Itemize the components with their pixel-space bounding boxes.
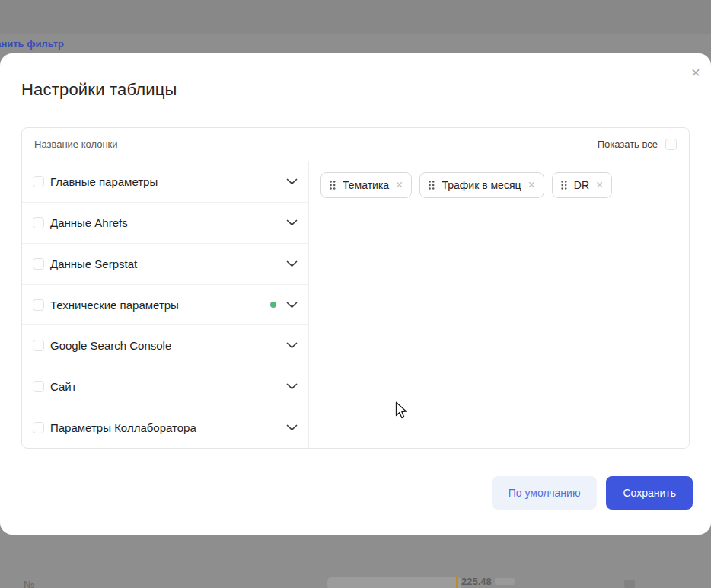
category-label: Google Search Console: [50, 339, 171, 352]
column-chip-traffic[interactable]: Трафик в месяц ×: [419, 172, 544, 198]
category-checkbox[interactable]: [33, 381, 44, 392]
show-all-control: Показать все: [598, 139, 677, 150]
background-metric: 225.48: [456, 576, 515, 588]
chip-label: DR: [574, 179, 589, 191]
modal-title: Настройки таблицы: [21, 80, 177, 100]
chip-remove-icon[interactable]: ×: [596, 179, 603, 191]
save-filter-link[interactable]: Сохранить фильтр: [0, 38, 64, 50]
default-button[interactable]: По умолчанию: [492, 476, 598, 510]
category-row-google-search-console[interactable]: Google Search Console: [22, 325, 308, 366]
category-label: Технические параметры: [50, 299, 179, 312]
category-label: Данные Ahrefs: [50, 216, 128, 229]
panel-body: Главные параметры Данные Ahrefs: [22, 161, 689, 448]
chevron-down-icon[interactable]: [286, 383, 298, 390]
chevron-down-icon[interactable]: [286, 260, 298, 267]
background-table-number-header: №: [24, 579, 35, 588]
category-checkbox[interactable]: [33, 176, 44, 187]
category-row-serpstat[interactable]: Данные Serpstat: [22, 244, 308, 285]
columns-panel: Название колонки Показать все Главные па…: [21, 127, 690, 449]
category-row-site[interactable]: Сайт: [22, 366, 308, 407]
category-checkbox[interactable]: [33, 340, 44, 351]
chevron-down-icon[interactable]: [286, 178, 298, 185]
active-indicator-dot: [270, 302, 276, 308]
category-row-technical-params[interactable]: Технические параметры: [22, 285, 308, 326]
chip-label: Трафик в месяц: [442, 179, 521, 191]
category-checkbox[interactable]: [33, 422, 44, 433]
category-row-collaborator-params[interactable]: Параметры Коллаборатора: [22, 407, 308, 448]
drag-handle-icon[interactable]: [330, 181, 336, 190]
chip-label: Тематика: [343, 179, 389, 191]
category-label: Сайт: [50, 380, 77, 393]
category-list: Главные параметры Данные Ahrefs: [22, 161, 309, 448]
close-icon[interactable]: ×: [687, 62, 705, 81]
selected-columns-list: Тематика × Трафик в месяц ×: [320, 172, 678, 198]
drag-handle-icon[interactable]: [561, 181, 567, 190]
chevron-down-icon[interactable]: [286, 219, 298, 226]
category-label: Данные Serpstat: [50, 257, 137, 270]
save-button[interactable]: Сохранить: [606, 476, 693, 510]
category-label: Параметры Коллаборатора: [50, 421, 196, 434]
background-page-header: [0, 0, 711, 34]
panel-header: Название колонки Показать все: [22, 128, 689, 161]
show-all-label: Показать все: [598, 139, 658, 150]
category-checkbox[interactable]: [33, 258, 44, 270]
table-settings-modal: × Настройки таблицы Название колонки Пок…: [0, 53, 711, 535]
metric-flame-icon: [456, 576, 458, 588]
column-name-header: Название колонки: [34, 139, 118, 150]
category-checkbox[interactable]: [33, 217, 44, 228]
modal-footer: По умолчанию Сохранить: [492, 476, 693, 510]
drag-handle-icon[interactable]: [429, 181, 435, 190]
chip-remove-icon[interactable]: ×: [396, 179, 403, 191]
category-label: Главные параметры: [50, 175, 158, 188]
chip-remove-icon[interactable]: ×: [528, 179, 534, 191]
column-chip-tematika[interactable]: Тематика ×: [320, 172, 412, 198]
background-table-cell-pill: [327, 577, 461, 588]
show-all-checkbox[interactable]: [665, 139, 677, 150]
category-row-ahrefs[interactable]: Данные Ahrefs: [22, 203, 308, 244]
selected-columns-area: Тематика × Трафик в месяц ×: [309, 161, 689, 448]
background-table-mark: [624, 580, 635, 588]
metric-value: 225.48: [461, 576, 492, 587]
chevron-down-icon[interactable]: [286, 424, 298, 431]
chevron-down-icon[interactable]: [286, 302, 298, 308]
column-chip-dr[interactable]: DR ×: [552, 172, 613, 198]
category-row-main-params[interactable]: Главные параметры: [22, 161, 308, 203]
category-checkbox[interactable]: [33, 299, 44, 311]
metric-suffix-blob: [495, 578, 515, 585]
chevron-down-icon[interactable]: [286, 342, 298, 349]
